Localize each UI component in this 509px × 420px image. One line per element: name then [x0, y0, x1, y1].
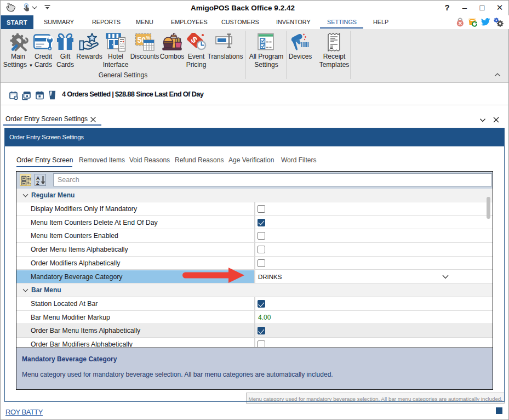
- svg-text:Z: Z: [36, 180, 39, 186]
